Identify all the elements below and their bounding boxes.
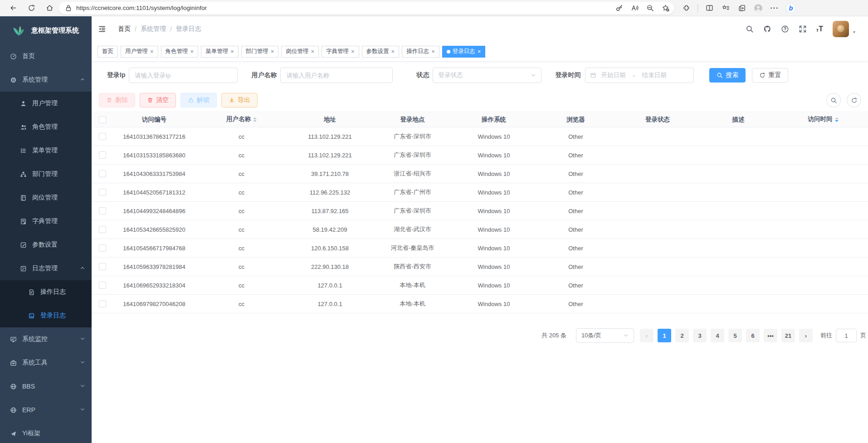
reload-icon[interactable] bbox=[24, 2, 38, 15]
select-all-checkbox[interactable] bbox=[99, 116, 106, 123]
page-prev-button[interactable]: ‹ bbox=[640, 329, 653, 342]
favorite-add-icon[interactable] bbox=[658, 2, 672, 15]
close-tab-icon[interactable]: × bbox=[150, 49, 154, 54]
profile-icon[interactable] bbox=[751, 2, 765, 15]
tab-2[interactable]: 角色管理× bbox=[161, 46, 199, 58]
sidebar-item-4[interactable]: 菜单管理 bbox=[0, 139, 92, 162]
user-avatar[interactable] bbox=[833, 21, 849, 37]
table-row[interactable]: 1641044993248464896cc113.87.92.165广东省-深圳… bbox=[92, 202, 868, 220]
refresh-icon[interactable] bbox=[847, 93, 861, 107]
row-checkbox[interactable] bbox=[99, 282, 106, 289]
back-icon[interactable] bbox=[6, 2, 20, 15]
page-next-button[interactable]: › bbox=[799, 329, 813, 342]
close-tab-icon[interactable]: × bbox=[431, 49, 435, 54]
goto-page-input[interactable] bbox=[836, 329, 857, 342]
copilot-icon[interactable]: b bbox=[784, 2, 798, 15]
action-button-2[interactable]: 解锁 bbox=[180, 93, 217, 107]
row-checkbox[interactable] bbox=[99, 151, 106, 159]
close-tab-icon[interactable]: × bbox=[478, 49, 481, 54]
page-size-select[interactable]: 10条/页 bbox=[576, 328, 634, 343]
login-time-range[interactable]: 开始日期 - 结束日期 bbox=[585, 68, 694, 83]
row-select-cell[interactable] bbox=[92, 258, 113, 276]
row-checkbox[interactable] bbox=[99, 226, 106, 233]
close-tab-icon[interactable]: × bbox=[271, 49, 274, 54]
page-button-6[interactable]: 6 bbox=[746, 329, 760, 342]
split-screen-icon[interactable] bbox=[702, 2, 716, 15]
row-checkbox[interactable] bbox=[99, 170, 106, 177]
tab-9[interactable]: 登录日志× bbox=[442, 46, 486, 58]
sidebar-item-11[interactable]: 登录日志 bbox=[0, 304, 92, 327]
close-tab-icon[interactable]: × bbox=[391, 49, 395, 54]
collections-icon[interactable] bbox=[719, 2, 732, 15]
page-button-1[interactable]: 1 bbox=[658, 329, 671, 342]
action-button-1[interactable]: 清空 bbox=[140, 93, 176, 107]
row-checkbox[interactable] bbox=[99, 189, 106, 196]
table-row[interactable]: 1641059633978281984cc222.90.130.18陕西省-西安… bbox=[92, 258, 868, 276]
row-select-cell[interactable] bbox=[92, 295, 113, 313]
github-icon[interactable] bbox=[763, 25, 771, 33]
row-select-cell[interactable] bbox=[92, 127, 113, 146]
table-row[interactable]: 1641031533185863680cc113.102.129.221广东省-… bbox=[92, 146, 868, 165]
tab-3[interactable]: 菜单管理× bbox=[201, 46, 239, 58]
sidebar-item-7[interactable]: 字典管理 bbox=[0, 209, 92, 233]
key-icon[interactable] bbox=[612, 2, 626, 15]
page-more-button[interactable]: ••• bbox=[764, 329, 777, 342]
table-row[interactable]: 1641069652933218304cc127.0.0.1本地-本机Windo… bbox=[92, 276, 868, 295]
sidebar-item-1[interactable]: 系统管理 bbox=[0, 68, 92, 92]
tab-1[interactable]: 用户管理× bbox=[121, 46, 158, 58]
select-all-header[interactable] bbox=[92, 112, 113, 127]
row-select-cell[interactable] bbox=[92, 183, 113, 202]
reset-button[interactable]: 重置 bbox=[752, 68, 788, 83]
sidebar-item-3[interactable]: 角色管理 bbox=[0, 115, 92, 139]
row-select-cell[interactable] bbox=[92, 239, 113, 258]
row-checkbox[interactable] bbox=[99, 133, 106, 140]
sidebar-item-2[interactable]: 用户管理 bbox=[0, 92, 92, 115]
extensions-icon[interactable] bbox=[679, 2, 693, 15]
close-tab-icon[interactable]: × bbox=[311, 49, 314, 54]
sidebar-item-16[interactable]: Yi框架 bbox=[0, 422, 92, 443]
tab-4[interactable]: 部门管理× bbox=[241, 46, 279, 58]
row-select-cell[interactable] bbox=[92, 146, 113, 165]
fold-sidebar-icon[interactable] bbox=[98, 25, 106, 33]
zoom-out-icon[interactable] bbox=[643, 2, 657, 15]
page-button-3[interactable]: 3 bbox=[693, 329, 707, 342]
column-header[interactable]: 用户名称 bbox=[195, 112, 288, 127]
tab-0[interactable]: 首页 bbox=[98, 46, 118, 58]
row-checkbox[interactable] bbox=[99, 207, 106, 214]
sidebar-item-9[interactable]: 日志管理 bbox=[0, 257, 92, 280]
close-tab-icon[interactable]: × bbox=[351, 49, 355, 54]
sidebar-item-14[interactable]: BBS bbox=[0, 375, 92, 398]
fullscreen-icon[interactable] bbox=[799, 25, 807, 33]
close-tab-icon[interactable]: × bbox=[230, 49, 234, 54]
action-button-3[interactable]: 导出 bbox=[221, 93, 258, 107]
page-button-5[interactable]: 5 bbox=[728, 329, 742, 342]
row-checkbox[interactable] bbox=[99, 300, 106, 307]
more-icon[interactable]: ··· bbox=[768, 2, 781, 15]
page-button-4[interactable]: 4 bbox=[711, 329, 724, 342]
app-logo[interactable]: 意框架管理系统 bbox=[0, 16, 92, 44]
page-button-2[interactable]: 2 bbox=[675, 329, 689, 342]
page-button-21[interactable]: 21 bbox=[781, 329, 795, 342]
search-icon[interactable] bbox=[746, 25, 754, 33]
sidebar-item-8[interactable]: 参数设置 bbox=[0, 233, 92, 257]
table-row[interactable]: 1641069798270046208cc127.0.0.1本地-本机Windo… bbox=[92, 295, 868, 313]
duplicate-tab-icon[interactable] bbox=[735, 2, 749, 15]
close-tab-icon[interactable]: × bbox=[190, 49, 194, 54]
table-row[interactable]: 1641044520567181312cc112.96.225.132广东省-广… bbox=[92, 183, 868, 202]
row-select-cell[interactable] bbox=[92, 276, 113, 295]
table-row[interactable]: 1641031367863177216cc113.102.129.221广东省-… bbox=[92, 127, 868, 146]
address-bar[interactable]: https://ccnetcore.com:1101/system/log/lo… bbox=[59, 2, 674, 15]
search-icon[interactable] bbox=[826, 93, 841, 107]
home-icon[interactable] bbox=[43, 2, 56, 15]
tab-5[interactable]: 岗位管理× bbox=[281, 46, 319, 58]
row-select-cell[interactable] bbox=[92, 165, 113, 183]
sidebar-item-12[interactable]: 系统监控 bbox=[0, 327, 92, 351]
sidebar-item-5[interactable]: 部门管理 bbox=[0, 162, 92, 186]
tab-8[interactable]: 操作日志× bbox=[402, 46, 439, 58]
table-row[interactable]: 1641043063331753984cc39.171.210.78浙江省-绍兴… bbox=[92, 165, 868, 183]
user-name-input[interactable] bbox=[280, 68, 393, 83]
table-row[interactable]: 1641053426655825920cc58.19.42.209湖北省-武汉市… bbox=[92, 220, 868, 239]
row-select-cell[interactable] bbox=[92, 220, 113, 239]
search-button[interactable]: 搜索 bbox=[709, 68, 746, 83]
login-ip-input[interactable] bbox=[129, 68, 238, 83]
